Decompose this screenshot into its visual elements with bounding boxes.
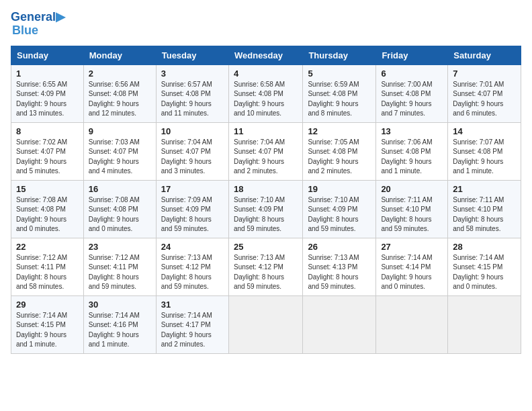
day-detail: Sunrise: 7:08 AM Sunset: 4:08 PM Dayligh… [16, 195, 79, 234]
day-detail: Sunrise: 7:11 AM Sunset: 4:10 PM Dayligh… [381, 195, 443, 234]
day-number: 13 [381, 126, 443, 136]
day-detail: Sunrise: 7:04 AM Sunset: 4:07 PM Dayligh… [234, 138, 298, 177]
day-number: 16 [89, 184, 151, 194]
calendar-cell: 27Sunrise: 7:14 AM Sunset: 4:14 PM Dayli… [376, 238, 448, 295]
day-header-saturday: Saturday [448, 46, 521, 64]
calendar-cell: 29Sunrise: 7:14 AM Sunset: 4:15 PM Dayli… [11, 295, 84, 353]
calendar-cell: 22Sunrise: 7:12 AM Sunset: 4:11 PM Dayli… [11, 238, 84, 295]
calendar-week-1: 1Sunrise: 6:55 AM Sunset: 4:09 PM Daylig… [11, 64, 521, 122]
day-number: 8 [16, 126, 79, 136]
calendar-cell: 20Sunrise: 7:11 AM Sunset: 4:10 PM Dayli… [376, 180, 448, 238]
day-detail: Sunrise: 7:14 AM Sunset: 4:17 PM Dayligh… [161, 311, 224, 350]
calendar-cell: 17Sunrise: 7:09 AM Sunset: 4:09 PM Dayli… [156, 180, 228, 238]
calendar-cell: 16Sunrise: 7:08 AM Sunset: 4:08 PM Dayli… [83, 180, 156, 238]
calendar-cell: 18Sunrise: 7:10 AM Sunset: 4:09 PM Dayli… [228, 180, 302, 238]
day-detail: Sunrise: 7:14 AM Sunset: 4:15 PM Dayligh… [453, 253, 516, 292]
day-detail: Sunrise: 6:59 AM Sunset: 4:08 PM Dayligh… [308, 80, 371, 119]
day-detail: Sunrise: 7:05 AM Sunset: 4:08 PM Dayligh… [308, 138, 371, 177]
calendar-cell: 5Sunrise: 6:59 AM Sunset: 4:08 PM Daylig… [303, 64, 376, 122]
calendar-week-5: 29Sunrise: 7:14 AM Sunset: 4:15 PM Dayli… [11, 295, 521, 353]
day-detail: Sunrise: 7:12 AM Sunset: 4:11 PM Dayligh… [89, 253, 151, 292]
day-number: 7 [453, 68, 516, 79]
day-detail: Sunrise: 7:14 AM Sunset: 4:14 PM Dayligh… [381, 253, 443, 292]
day-number: 11 [234, 126, 298, 136]
day-detail: Sunrise: 7:14 AM Sunset: 4:16 PM Dayligh… [89, 311, 151, 350]
day-number: 31 [161, 300, 224, 310]
calendar-cell: 19Sunrise: 7:10 AM Sunset: 4:09 PM Dayli… [303, 180, 376, 238]
calendar-cell [303, 295, 376, 353]
day-detail: Sunrise: 7:02 AM Sunset: 4:07 PM Dayligh… [16, 138, 79, 177]
day-number: 15 [16, 184, 79, 194]
calendar-cell: 3Sunrise: 6:57 AM Sunset: 4:08 PM Daylig… [156, 64, 228, 122]
day-number: 22 [16, 242, 79, 252]
calendar-body: 1Sunrise: 6:55 AM Sunset: 4:09 PM Daylig… [11, 64, 521, 353]
logo: General▶ Blue [11, 11, 65, 38]
day-number: 21 [453, 184, 516, 194]
day-detail: Sunrise: 7:09 AM Sunset: 4:09 PM Dayligh… [161, 195, 224, 234]
calendar-cell: 11Sunrise: 7:04 AM Sunset: 4:07 PM Dayli… [228, 122, 302, 180]
page-header: General▶ Blue [11, 11, 521, 38]
calendar-cell: 7Sunrise: 7:01 AM Sunset: 4:07 PM Daylig… [448, 64, 521, 122]
day-header-friday: Friday [376, 46, 448, 64]
day-number: 2 [89, 68, 151, 79]
calendar-cell: 28Sunrise: 7:14 AM Sunset: 4:15 PM Dayli… [448, 238, 521, 295]
calendar-cell: 24Sunrise: 7:13 AM Sunset: 4:12 PM Dayli… [156, 238, 228, 295]
day-detail: Sunrise: 7:13 AM Sunset: 4:12 PM Dayligh… [234, 253, 298, 292]
day-detail: Sunrise: 6:58 AM Sunset: 4:08 PM Dayligh… [234, 80, 298, 119]
calendar-week-4: 22Sunrise: 7:12 AM Sunset: 4:11 PM Dayli… [11, 238, 521, 295]
calendar-cell: 23Sunrise: 7:12 AM Sunset: 4:11 PM Dayli… [83, 238, 156, 295]
calendar-cell: 12Sunrise: 7:05 AM Sunset: 4:08 PM Dayli… [303, 122, 376, 180]
day-number: 6 [381, 68, 443, 79]
day-detail: Sunrise: 6:56 AM Sunset: 4:08 PM Dayligh… [89, 80, 151, 119]
calendar-cell: 1Sunrise: 6:55 AM Sunset: 4:09 PM Daylig… [11, 64, 84, 122]
day-number: 1 [16, 68, 79, 79]
day-number: 19 [308, 184, 371, 194]
day-number: 10 [161, 126, 224, 136]
calendar-cell: 4Sunrise: 6:58 AM Sunset: 4:08 PM Daylig… [228, 64, 302, 122]
day-number: 5 [308, 68, 371, 79]
day-detail: Sunrise: 7:13 AM Sunset: 4:13 PM Dayligh… [308, 253, 371, 292]
calendar-cell: 9Sunrise: 7:03 AM Sunset: 4:07 PM Daylig… [83, 122, 156, 180]
day-detail: Sunrise: 7:03 AM Sunset: 4:07 PM Dayligh… [89, 138, 151, 177]
day-number: 27 [381, 242, 443, 252]
day-detail: Sunrise: 7:00 AM Sunset: 4:08 PM Dayligh… [381, 80, 443, 119]
day-number: 30 [89, 300, 151, 310]
calendar-cell: 26Sunrise: 7:13 AM Sunset: 4:13 PM Dayli… [303, 238, 376, 295]
day-detail: Sunrise: 7:08 AM Sunset: 4:08 PM Dayligh… [89, 195, 151, 234]
calendar-cell: 2Sunrise: 6:56 AM Sunset: 4:08 PM Daylig… [83, 64, 156, 122]
calendar-cell [228, 295, 302, 353]
day-header-thursday: Thursday [303, 46, 376, 64]
day-detail: Sunrise: 7:12 AM Sunset: 4:11 PM Dayligh… [16, 253, 79, 292]
day-number: 3 [161, 68, 224, 79]
day-number: 23 [89, 242, 151, 252]
day-detail: Sunrise: 7:14 AM Sunset: 4:15 PM Dayligh… [16, 311, 79, 350]
day-number: 9 [89, 126, 151, 136]
day-header-wednesday: Wednesday [228, 46, 302, 64]
day-detail: Sunrise: 7:06 AM Sunset: 4:08 PM Dayligh… [381, 138, 443, 177]
day-number: 4 [234, 68, 298, 79]
day-detail: Sunrise: 6:55 AM Sunset: 4:09 PM Dayligh… [16, 80, 79, 119]
calendar-cell: 21Sunrise: 7:11 AM Sunset: 4:10 PM Dayli… [448, 180, 521, 238]
day-header-tuesday: Tuesday [156, 46, 228, 64]
day-detail: Sunrise: 7:04 AM Sunset: 4:07 PM Dayligh… [161, 138, 224, 177]
day-number: 24 [161, 242, 224, 252]
day-detail: Sunrise: 7:10 AM Sunset: 4:09 PM Dayligh… [234, 195, 298, 234]
calendar-header-row: SundayMondayTuesdayWednesdayThursdayFrid… [11, 46, 521, 64]
day-detail: Sunrise: 7:10 AM Sunset: 4:09 PM Dayligh… [308, 195, 371, 234]
day-detail: Sunrise: 7:13 AM Sunset: 4:12 PM Dayligh… [161, 253, 224, 292]
day-number: 29 [16, 300, 79, 310]
day-header-monday: Monday [83, 46, 156, 64]
day-detail: Sunrise: 7:01 AM Sunset: 4:07 PM Dayligh… [453, 80, 516, 119]
calendar-cell: 31Sunrise: 7:14 AM Sunset: 4:17 PM Dayli… [156, 295, 228, 353]
calendar-cell: 14Sunrise: 7:07 AM Sunset: 4:08 PM Dayli… [448, 122, 521, 180]
day-number: 14 [453, 126, 516, 136]
day-detail: Sunrise: 7:11 AM Sunset: 4:10 PM Dayligh… [453, 195, 516, 234]
calendar-cell: 10Sunrise: 7:04 AM Sunset: 4:07 PM Dayli… [156, 122, 228, 180]
calendar-cell: 15Sunrise: 7:08 AM Sunset: 4:08 PM Dayli… [11, 180, 84, 238]
calendar-week-3: 15Sunrise: 7:08 AM Sunset: 4:08 PM Dayli… [11, 180, 521, 238]
calendar-cell: 8Sunrise: 7:02 AM Sunset: 4:07 PM Daylig… [11, 122, 84, 180]
calendar-cell: 13Sunrise: 7:06 AM Sunset: 4:08 PM Dayli… [376, 122, 448, 180]
day-number: 26 [308, 242, 371, 252]
day-number: 12 [308, 126, 371, 136]
day-number: 25 [234, 242, 298, 252]
